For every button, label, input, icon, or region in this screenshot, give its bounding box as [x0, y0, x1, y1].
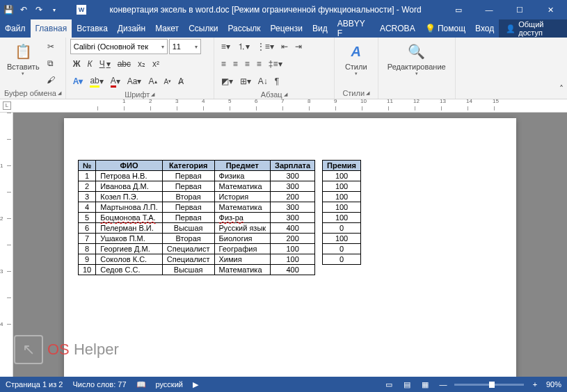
horizontal-ruler[interactable]: L 123456789101112131415 [0, 99, 567, 113]
copy-button[interactable]: ⧉ [44, 56, 58, 71]
bonus-cell[interactable]: 100 [323, 213, 361, 223]
italic-button[interactable]: К [85, 56, 95, 72]
table-cell[interactable]: 9 [79, 254, 96, 265]
tab-review[interactable]: Рецензи [266, 19, 308, 38]
table-cell[interactable]: Высшая [162, 265, 214, 275]
dialog-launcher-icon[interactable]: ◢ [284, 92, 287, 97]
subscript-button[interactable]: x₂ [135, 56, 148, 72]
redo-icon[interactable]: ↷ [33, 4, 45, 15]
tab-view[interactable]: Вид [308, 19, 333, 38]
shrink-font-button[interactable]: A▾ [161, 74, 175, 89]
zoom-in-icon[interactable]: + [528, 379, 542, 390]
table-row[interactable]: 4Мартынова Л.П.ПерваяМатематика300 [79, 202, 315, 213]
table-cell[interactable]: Мартынова Л.П. [96, 202, 163, 213]
vertical-ruler[interactable]: 1234 [0, 113, 13, 377]
table-cell[interactable]: 400 [271, 265, 315, 275]
zoom-slider[interactable] [454, 384, 524, 386]
multilevel-button[interactable]: ⋮≡▾ [254, 39, 277, 54]
tab-layout[interactable]: Макет [150, 19, 184, 38]
table-row[interactable]: 8Георгиев Д.М.СпециалистГеография100 [79, 244, 315, 254]
table-cell[interactable]: Боцмонова Т.А. [96, 213, 163, 223]
dialog-launcher-icon[interactable]: ◢ [366, 90, 369, 96]
bonus-cell[interactable]: 0 [323, 244, 361, 254]
bonus-cell[interactable]: 100 [323, 202, 361, 213]
main-table[interactable]: №ФИОКатегорияПредметЗарплата 1Петрова Н.… [78, 160, 315, 275]
table-cell[interactable]: Вторая [162, 234, 214, 244]
bullets-button[interactable]: ≡▾ [218, 39, 233, 54]
cut-button[interactable]: ✂ [44, 39, 58, 54]
styles-button[interactable]: A Стили ▾ [339, 39, 374, 78]
tab-mailings[interactable]: Рассылк [223, 19, 265, 38]
table-cell[interactable]: 200 [271, 192, 315, 202]
table-cell[interactable]: 300 [271, 181, 315, 192]
table-cell[interactable]: География [214, 244, 271, 254]
zoom-out-icon[interactable]: ― [436, 379, 450, 390]
tab-abbyy[interactable]: ABBYY F [333, 19, 375, 38]
tab-file[interactable]: Файл [0, 19, 31, 38]
table-row[interactable]: 5Боцмонова Т.А.ПерваяФиз-ра300 [79, 213, 315, 223]
text-effects-button[interactable]: A▾ [70, 74, 86, 89]
tab-references[interactable]: Ссылки [184, 19, 223, 38]
font-size-combo[interactable]: 11▾ [169, 39, 201, 54]
grow-font-button[interactable]: A▴ [145, 74, 159, 89]
tab-design[interactable]: Дизайн [113, 19, 150, 38]
table-cell[interactable]: 4 [79, 202, 96, 213]
save-icon[interactable]: 💾 [3, 4, 14, 15]
align-center-button[interactable]: ≡ [230, 56, 241, 72]
align-left-button[interactable]: ≡ [218, 56, 229, 72]
table-cell[interactable]: Пелерман В.И. [96, 223, 163, 234]
minimize-icon[interactable]: ― [475, 1, 503, 18]
change-case-button[interactable]: Aa▾ [125, 74, 145, 89]
bonus-cell[interactable]: 0 [323, 254, 361, 265]
table-cell[interactable]: Седов С.С. [96, 265, 163, 275]
highlight-button[interactable]: ab▾ [87, 74, 106, 89]
table-cell[interactable]: Ушаков П.М. [96, 234, 163, 244]
table-cell[interactable]: Петрова Н.В. [96, 171, 163, 181]
tab-insert[interactable]: Вставка [72, 19, 113, 38]
table-cell[interactable]: Математика [214, 202, 271, 213]
read-mode-icon[interactable]: ▭ [382, 379, 396, 390]
table-cell[interactable]: Биология [214, 234, 271, 244]
tab-selector[interactable]: L [3, 101, 11, 110]
clear-format-button[interactable]: A̷ [175, 74, 186, 89]
table-cell[interactable]: История [214, 192, 271, 202]
table-cell[interactable]: 100 [271, 254, 315, 265]
table-cell[interactable]: Георгиев Д.М. [96, 244, 163, 254]
bold-button[interactable]: Ж [70, 56, 83, 72]
word-count[interactable]: Число слов: 77 [72, 380, 126, 389]
zoom-level[interactable]: 90% [546, 380, 561, 389]
collapse-ribbon-icon[interactable]: ˄ [556, 79, 567, 99]
table-cell[interactable]: 300 [271, 202, 315, 213]
justify-button[interactable]: ≡ [254, 56, 264, 72]
table-cell[interactable]: 300 [271, 213, 315, 223]
font-name-combo[interactable]: Calibri (Основной тек▾ [70, 39, 168, 54]
table-cell[interactable]: Математика [214, 181, 271, 192]
table-cell[interactable]: Первая [162, 171, 214, 181]
bonus-cell[interactable]: 0 [323, 223, 361, 234]
numbering-button[interactable]: ⒈▾ [234, 39, 253, 54]
format-painter-button[interactable]: 🖌 [44, 72, 58, 88]
table-cell[interactable]: 5 [79, 213, 96, 223]
table-cell[interactable]: 6 [79, 223, 96, 234]
dialog-launcher-icon[interactable]: ◢ [58, 90, 61, 96]
sort-button[interactable]: A↓ [255, 74, 271, 89]
bonus-cell[interactable]: 100 [323, 171, 361, 181]
outdent-button[interactable]: ⇤ [278, 39, 291, 54]
table-row[interactable]: 3Козел П.Э.ВтораяИстория200 [79, 192, 315, 202]
bonus-cell[interactable]: 100 [323, 192, 361, 202]
table-cell[interactable]: Физика [214, 171, 271, 181]
underline-button[interactable]: Ч▾ [97, 56, 113, 72]
table-cell[interactable]: Химия [214, 254, 271, 265]
table-cell[interactable]: Иванова Д.М. [96, 181, 163, 192]
spellcheck-icon[interactable]: 📖 [136, 380, 146, 389]
table-cell[interactable]: Специалист [162, 254, 214, 265]
language-indicator[interactable]: русский [156, 380, 183, 389]
table-cell[interactable]: Вторая [162, 192, 214, 202]
strikethrough-button[interactable]: abc [115, 56, 134, 72]
bonus-table[interactable]: Премия 100100100100100010000 [322, 160, 361, 265]
table-row[interactable]: 7Ушаков П.М.ВтораяБиология200 [79, 234, 315, 244]
maximize-icon[interactable]: ☐ [506, 1, 534, 18]
align-right-button[interactable]: ≡ [242, 56, 253, 72]
table-cell[interactable]: Русский язык [214, 223, 271, 234]
table-cell[interactable]: 200 [271, 234, 315, 244]
